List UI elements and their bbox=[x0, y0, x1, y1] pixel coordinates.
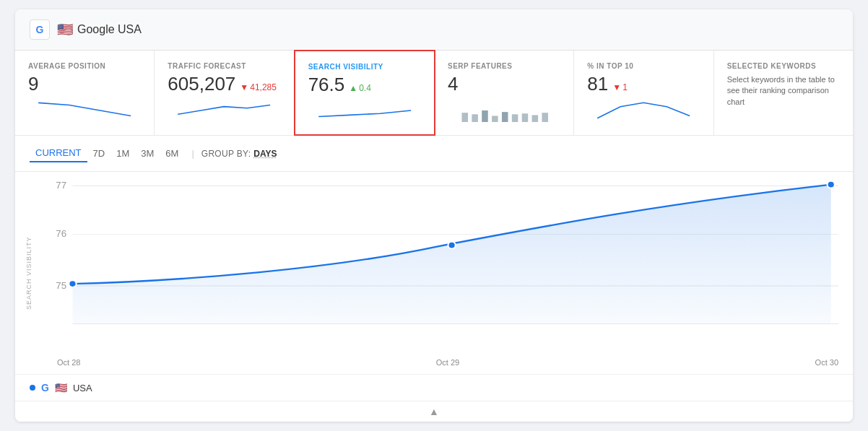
metric-label: SEARCH VISIBILITY bbox=[308, 63, 421, 71]
metric-label: TRAFFIC FORECAST bbox=[168, 62, 280, 70]
metric-value: 4 bbox=[448, 74, 458, 93]
chart-area-fill bbox=[72, 185, 830, 324]
legend-text: USA bbox=[73, 383, 92, 393]
data-point-oct28 bbox=[69, 280, 76, 287]
time-btn-current[interactable]: CURRENT bbox=[30, 144, 87, 162]
metric-value: 605,207 bbox=[168, 74, 235, 93]
svg-rect-6 bbox=[522, 113, 529, 122]
metric-label: SERP FEATURES bbox=[448, 62, 560, 70]
legend-bar: G 🇺🇸 USA bbox=[15, 374, 853, 401]
separator: | bbox=[191, 148, 194, 159]
time-range-bar: CURRENT 7D 1M 3M 6M | GROUP BY: DAYS bbox=[15, 136, 853, 172]
group-by-value[interactable]: DAYS bbox=[253, 149, 277, 159]
sparkline-search-visibility bbox=[308, 100, 421, 123]
metric-label: AVERAGE POSITION bbox=[28, 62, 141, 70]
svg-rect-5 bbox=[512, 114, 518, 122]
group-by-label: GROUP BY: bbox=[201, 149, 251, 159]
header-title: Google USA bbox=[77, 23, 142, 36]
sparkline-top10 bbox=[587, 99, 700, 122]
x-axis: Oct 28 Oct 29 Oct 30 bbox=[35, 355, 838, 367]
sparkline-serp-features bbox=[448, 99, 560, 122]
metric-change: ▼ 41,285 bbox=[240, 82, 277, 92]
y-axis-label: SEARCH VISIBILITY bbox=[22, 179, 35, 367]
svg-rect-4 bbox=[502, 112, 508, 122]
legend-dot bbox=[30, 385, 35, 391]
metric-search-visibility[interactable]: SEARCH VISIBILITY 76.5 ▲ 0.4 bbox=[294, 50, 435, 136]
svg-text:75: 75 bbox=[56, 280, 66, 290]
header: G 🇺🇸 Google USA bbox=[15, 9, 853, 51]
chart-inner: 77 76 75 bbox=[35, 179, 838, 367]
svg-rect-1 bbox=[472, 114, 478, 122]
x-label-oct29: Oct 29 bbox=[436, 358, 459, 367]
svg-text:77: 77 bbox=[56, 180, 66, 191]
google-logo: G bbox=[30, 19, 50, 40]
flag-icon: 🇺🇸 bbox=[57, 22, 73, 38]
metric-change: ▲ 0.4 bbox=[349, 83, 371, 93]
x-label-oct28: Oct 28 bbox=[57, 358, 80, 367]
legend-flag: 🇺🇸 bbox=[55, 382, 67, 393]
metric-value: 81 bbox=[587, 74, 608, 93]
data-point-oct30 bbox=[828, 181, 835, 188]
main-container: G 🇺🇸 Google USA AVERAGE POSITION 9 TRAFF… bbox=[15, 9, 853, 422]
google-legend-icon: G bbox=[41, 382, 49, 393]
time-btn-3m[interactable]: 3M bbox=[135, 145, 160, 162]
metric-pct-top-10[interactable]: % IN TOP 10 81 ▼ 1 bbox=[574, 51, 713, 135]
time-btn-6m[interactable]: 6M bbox=[160, 145, 184, 162]
chart-svg: 77 76 75 bbox=[35, 179, 838, 331]
metric-change: ▼ 1 bbox=[612, 82, 628, 92]
metric-serp-features[interactable]: SERP FEATURES 4 bbox=[435, 51, 574, 135]
metric-desc: Select keywords in the table to see thei… bbox=[727, 74, 840, 108]
chart-svg-container: 77 76 75 bbox=[35, 179, 838, 355]
metric-value: 9 bbox=[28, 74, 38, 93]
time-btn-7d[interactable]: 7D bbox=[87, 145, 111, 162]
chart-area: SEARCH VISIBILITY 77 76 75 bbox=[15, 172, 853, 374]
svg-rect-8 bbox=[542, 113, 548, 122]
metric-average-position[interactable]: AVERAGE POSITION 9 bbox=[15, 51, 155, 135]
sparkline-traffic bbox=[168, 99, 280, 122]
svg-rect-0 bbox=[461, 113, 468, 122]
svg-text:76: 76 bbox=[56, 229, 66, 239]
collapse-bar[interactable]: ▲ bbox=[15, 401, 853, 422]
data-point-oct29 bbox=[448, 242, 455, 249]
metric-selected-keywords: SELECTED KEYWORDS Select keywords in the… bbox=[714, 51, 853, 135]
sparkline-average-position bbox=[28, 99, 141, 122]
svg-rect-7 bbox=[532, 115, 539, 122]
svg-rect-2 bbox=[482, 110, 488, 122]
metric-label: SELECTED KEYWORDS bbox=[727, 62, 840, 70]
collapse-chevron-icon: ▲ bbox=[429, 406, 439, 417]
metric-label: % IN TOP 10 bbox=[587, 62, 700, 70]
metrics-row: AVERAGE POSITION 9 TRAFFIC FORECAST 605,… bbox=[15, 51, 853, 136]
metric-traffic-forecast[interactable]: TRAFFIC FORECAST 605,207 ▼ 41,285 bbox=[155, 51, 294, 135]
svg-rect-3 bbox=[492, 116, 498, 122]
x-label-oct30: Oct 30 bbox=[815, 358, 838, 367]
time-btn-1m[interactable]: 1M bbox=[110, 145, 135, 162]
group-by: GROUP BY: DAYS bbox=[201, 149, 277, 159]
metric-value: 76.5 bbox=[308, 75, 345, 94]
